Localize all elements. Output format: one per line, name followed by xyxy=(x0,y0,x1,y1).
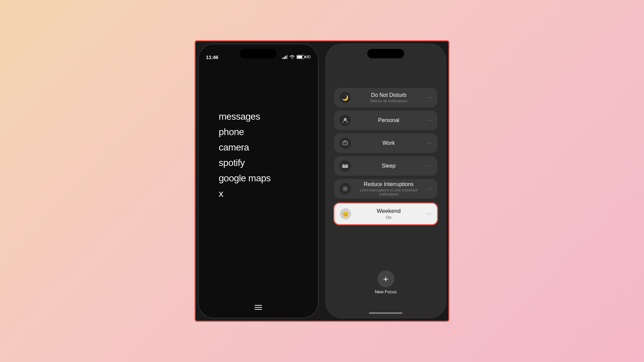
work-title: Work xyxy=(382,140,395,146)
reduce-interruptions-icon xyxy=(339,183,351,194)
do-not-disturb-icon: 🌙 xyxy=(339,92,351,103)
app-item-messages[interactable]: messages xyxy=(219,111,271,122)
do-not-disturb-content: Do Not Disturb Silence all notifications xyxy=(351,92,427,103)
weekend-title: Weekend xyxy=(377,208,401,215)
left-phone: 11:46 xyxy=(198,44,319,318)
personal-title: Personal xyxy=(378,117,399,123)
svg-rect-7 xyxy=(342,166,348,168)
app-list: messages phone camera spotify google map… xyxy=(219,111,271,199)
svg-rect-0 xyxy=(282,58,283,59)
gear-svg xyxy=(342,186,348,192)
svg-rect-1 xyxy=(284,57,285,59)
person-svg xyxy=(342,117,348,123)
plus-icon: + xyxy=(383,274,388,284)
app-item-phone[interactable]: phone xyxy=(219,127,271,137)
sleep-icon xyxy=(339,160,351,172)
dynamic-island-right xyxy=(367,49,404,58)
do-not-disturb-title: Do Not Disturb xyxy=(371,92,406,98)
weekend-content: Weekend On xyxy=(351,208,426,220)
battery-icon xyxy=(297,55,305,59)
personal-content: Personal xyxy=(351,117,427,123)
work-icon xyxy=(339,137,351,149)
bottom-bar-left xyxy=(255,305,262,310)
home-indicator xyxy=(369,312,402,314)
sleep-more[interactable]: ··· xyxy=(427,163,432,169)
do-not-disturb-more[interactable]: ··· xyxy=(427,95,432,101)
svg-rect-9 xyxy=(345,164,348,166)
svg-rect-8 xyxy=(342,164,345,166)
work-more[interactable]: ··· xyxy=(427,140,432,146)
focus-item-personal[interactable]: Personal ··· xyxy=(334,111,437,130)
status-time: 11:46 xyxy=(206,54,218,60)
work-svg xyxy=(342,140,348,146)
sleep-title: Sleep xyxy=(382,163,395,169)
weekend-subtitle: On xyxy=(386,215,391,220)
svg-rect-2 xyxy=(285,56,286,59)
focus-item-weekend[interactable]: 😊 Weekend On ··· xyxy=(333,202,438,225)
new-focus-button[interactable]: + xyxy=(377,270,394,287)
app-item-camera[interactable]: camera xyxy=(219,142,271,153)
new-focus-label: New Focus xyxy=(375,289,396,294)
svg-rect-5 xyxy=(343,141,347,145)
battery-percent: 90 xyxy=(306,55,311,59)
focus-list: 🌙 Do Not Disturb Silence all notificatio… xyxy=(334,88,437,226)
personal-more[interactable]: ··· xyxy=(427,117,432,123)
sleep-content: Sleep xyxy=(351,163,427,169)
signal-icon xyxy=(282,55,288,59)
svg-point-4 xyxy=(344,118,346,121)
work-content: Work xyxy=(351,140,427,146)
focus-item-sleep[interactable]: Sleep ··· xyxy=(334,156,437,176)
screenshot-container: 11:46 xyxy=(195,40,449,322)
reduce-interruptions-more[interactable]: ··· xyxy=(427,186,432,192)
reduce-interruptions-subtitle: Limit interruptions to only important no… xyxy=(355,188,422,196)
right-phone: 🌙 Do Not Disturb Silence all notificatio… xyxy=(325,44,446,318)
do-not-disturb-subtitle: Silence all notifications xyxy=(370,99,407,103)
app-item-spotify[interactable]: spotify xyxy=(219,158,271,168)
weekend-more[interactable]: ··· xyxy=(426,211,432,217)
weekend-icon: 😊 xyxy=(340,208,351,220)
status-icons: 90 xyxy=(282,55,311,59)
personal-icon xyxy=(339,115,351,126)
reduce-interruptions-content: Reduce Interruptions Limit interruptions… xyxy=(351,181,427,196)
focus-item-do-not-disturb[interactable]: 🌙 Do Not Disturb Silence all notificatio… xyxy=(334,88,437,107)
dynamic-island-left xyxy=(240,49,277,58)
reduce-interruptions-title: Reduce Interruptions xyxy=(364,181,414,187)
new-focus-container: + New Focus xyxy=(375,270,396,294)
svg-point-10 xyxy=(344,188,346,190)
hamburger-icon[interactable] xyxy=(255,305,262,310)
focus-item-reduce-interruptions[interactable]: Reduce Interruptions Limit interruptions… xyxy=(334,179,437,198)
focus-item-work[interactable]: Work ··· xyxy=(334,133,437,153)
svg-rect-3 xyxy=(287,55,288,59)
sleep-svg xyxy=(342,164,348,168)
app-item-google-maps[interactable]: google maps xyxy=(219,173,271,184)
app-item-x[interactable]: x xyxy=(219,188,271,199)
wifi-icon xyxy=(289,55,295,59)
